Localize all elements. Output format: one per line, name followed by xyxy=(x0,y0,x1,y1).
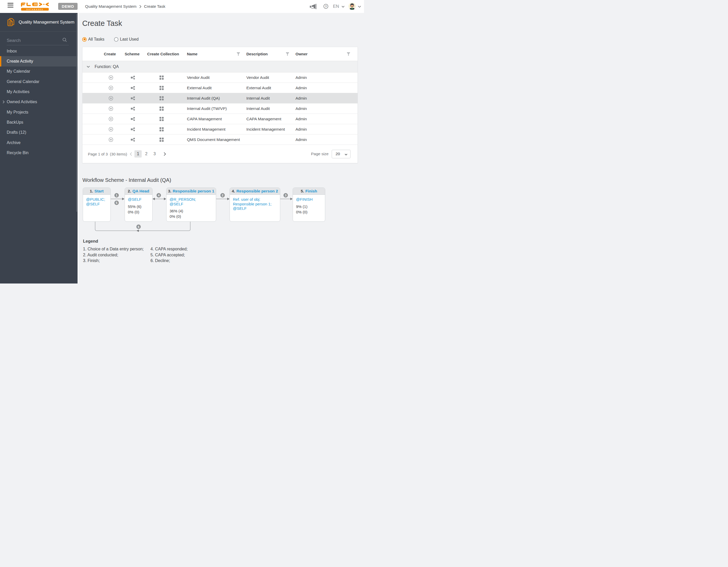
plus-circle-icon[interactable] xyxy=(109,127,113,131)
radio-all-tasks[interactable]: All Tasks xyxy=(82,37,104,42)
plus-circle-icon[interactable] xyxy=(109,117,113,121)
workflow-node[interactable]: 4. Responsible person 2 Ref. user of obj… xyxy=(230,187,280,222)
search-icon[interactable] xyxy=(63,38,67,42)
scheme-icon[interactable] xyxy=(131,75,135,79)
collapse-chevron-icon[interactable] xyxy=(87,66,90,68)
megaphone-icon[interactable] xyxy=(310,3,316,10)
table-group-row[interactable]: Function: QA xyxy=(82,61,358,72)
workflow-node[interactable]: 1. Start @PUBLIC;@SELF xyxy=(83,187,111,222)
pager-next-icon[interactable] xyxy=(162,150,168,157)
filter-icon[interactable] xyxy=(237,52,240,56)
sidebar-nav-item[interactable]: My Calendar xyxy=(0,66,78,77)
pager-page-number[interactable]: 1 xyxy=(134,150,142,157)
collection-grid-icon[interactable] xyxy=(160,138,164,142)
hamburger-icon[interactable] xyxy=(7,3,13,7)
collection-grid-icon[interactable] xyxy=(160,75,164,80)
sidebar-nav-item[interactable]: Owned Activities xyxy=(0,97,78,107)
avatar[interactable] xyxy=(348,3,356,10)
connector-label: 2 xyxy=(222,194,223,197)
filter-icon[interactable] xyxy=(286,52,289,56)
collection-grid-icon[interactable] xyxy=(160,107,164,111)
search-input[interactable] xyxy=(7,37,69,45)
page-size-select[interactable]: 20 xyxy=(332,150,351,158)
workflow-stat-line: 9% (1) xyxy=(296,204,322,209)
sidebar-nav-item[interactable]: BackUps xyxy=(0,117,78,127)
plus-circle-icon[interactable] xyxy=(109,86,113,90)
sidebar-nav-label: Create Activity xyxy=(7,59,33,64)
cell-name: Incident Management xyxy=(187,124,225,134)
scheme-icon[interactable] xyxy=(131,138,135,141)
page-size-control: Page size 20 xyxy=(311,145,351,163)
workflow-acl-line: @SELF xyxy=(86,202,107,206)
sidebar-nav-item[interactable]: My Activities xyxy=(0,87,78,97)
column-header-owner[interactable]: Owner xyxy=(295,47,308,61)
sidebar-scrollbar[interactable] xyxy=(76,14,77,212)
workflow-node-name: Responsible person 1 xyxy=(173,189,214,193)
workflow-node-name: QA Head xyxy=(132,189,149,193)
column-header-description[interactable]: Description xyxy=(246,47,268,61)
collection-grid-icon[interactable] xyxy=(160,117,164,121)
sidebar-nav-label: BackUps xyxy=(7,120,23,125)
sidebar-nav-item[interactable]: Create Activity xyxy=(0,56,78,66)
sidebar-nav-item[interactable]: General Calendar xyxy=(0,77,78,87)
legend-column-1: 1. Choice of a Data entry person;2. Audi… xyxy=(83,246,150,264)
filter-icon[interactable] xyxy=(347,52,350,56)
radio-circle-icon[interactable] xyxy=(82,37,87,42)
collection-grid-icon[interactable] xyxy=(160,127,164,131)
scheme-icon[interactable] xyxy=(131,96,135,100)
scheme-icon[interactable] xyxy=(131,107,135,110)
column-header-create-collection[interactable]: Create Collection xyxy=(147,47,179,61)
expand-chevron-icon[interactable] xyxy=(3,100,5,104)
sidebar-nav-item[interactable]: Drafts (12) xyxy=(0,127,78,138)
flex-databases-logo[interactable]: DATABASES xyxy=(21,3,49,11)
table-row[interactable]: CAPA Management CAPA Management Admin xyxy=(82,114,358,124)
radio-circle-icon[interactable] xyxy=(114,37,118,42)
sidebar-nav-item[interactable]: Inbox xyxy=(0,46,78,56)
column-header-scheme[interactable]: Scheme xyxy=(125,47,140,61)
collection-grid-icon[interactable] xyxy=(160,86,164,90)
plus-circle-icon[interactable] xyxy=(109,75,113,80)
pager-prev-icon[interactable] xyxy=(128,150,134,157)
column-header-create[interactable]: Create xyxy=(104,47,116,61)
sidebar-nav-label: Archive xyxy=(7,140,20,145)
breadcrumb-module[interactable]: Quality Management System xyxy=(85,4,137,9)
pager-page-number[interactable]: 3 xyxy=(151,150,158,157)
table-row[interactable]: Incident Management Incident Management … xyxy=(82,124,358,134)
radio-last-used[interactable]: Last Used xyxy=(114,37,139,42)
collection-grid-icon[interactable] xyxy=(160,96,164,100)
page-size-value: 20 xyxy=(336,151,340,156)
workflow-stat-line: 55% (6) xyxy=(128,204,149,209)
workflow-node-stats: 9% (1)0% (0) xyxy=(296,204,322,215)
sidebar-nav-item[interactable]: Archive xyxy=(0,138,78,148)
workflow-node-acl: @SELF xyxy=(128,197,149,202)
plus-circle-icon[interactable] xyxy=(109,137,113,142)
plus-circle-icon[interactable] xyxy=(109,106,113,111)
scheme-icon[interactable] xyxy=(131,86,135,90)
cell-description: Internal Audit xyxy=(246,103,270,113)
scheme-icon[interactable] xyxy=(131,127,135,131)
table-row[interactable]: External Audit External Audit Admin xyxy=(82,83,358,93)
legend-item: 1. Choice of a Data entry person; xyxy=(83,246,150,252)
workflow-node[interactable]: 3. Responsible person 1 @R_PERSON;@SELF … xyxy=(166,187,216,222)
sidebar-nav-item[interactable]: My Projects xyxy=(0,107,78,117)
help-icon[interactable]: ? xyxy=(323,4,328,9)
plus-circle-icon[interactable] xyxy=(109,96,113,100)
connector-label: 5 xyxy=(116,201,118,204)
workflow-node-number: 4. xyxy=(232,189,235,193)
table-row[interactable]: Internal Audit (TW/VP) Internal Audit Ad… xyxy=(82,103,358,114)
sidebar-nav-item[interactable]: Recycle Bin xyxy=(0,148,78,158)
pager-page-number[interactable]: 2 xyxy=(143,150,150,157)
page-size-label: Page size xyxy=(311,151,329,156)
table-row[interactable]: Internal Audit (QA) Internal Audit Admin xyxy=(82,93,358,103)
scheme-icon[interactable] xyxy=(131,117,135,121)
workflow-node[interactable]: 2. QA Head @SELF 55% (6)0% (0) xyxy=(125,187,153,222)
language-switcher[interactable]: EN xyxy=(333,0,345,13)
user-menu-caret-icon[interactable] xyxy=(358,6,361,8)
table-row[interactable]: QMS Document Management Admin xyxy=(82,134,358,145)
workflow-node[interactable]: 5. Finish @FINISH 9% (1)0% (0) xyxy=(293,187,325,222)
legend-item: 5. CAPA accepted; xyxy=(150,252,188,258)
cell-owner: Admin xyxy=(295,124,307,134)
column-header-name[interactable]: Name xyxy=(187,47,198,61)
table-row[interactable]: Vendor Audit Vendor Audit Admin xyxy=(82,72,358,83)
workflow-node-stats: 55% (6)0% (0) xyxy=(128,204,149,215)
